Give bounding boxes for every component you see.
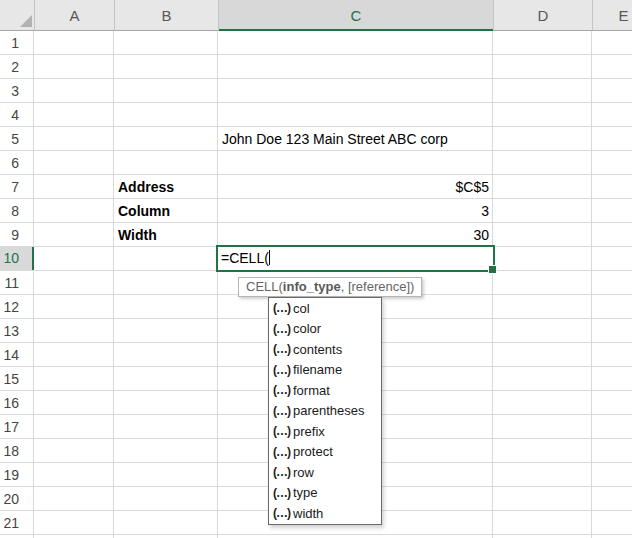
gridline-v bbox=[113, 31, 114, 538]
autocomplete-item-label: protect bbox=[293, 444, 333, 459]
cell-c5[interactable]: John Doe 123 Main Street ABC corp bbox=[222, 127, 491, 151]
enum-icon: (…) bbox=[273, 322, 290, 336]
row-header-1[interactable]: 1 bbox=[0, 31, 34, 55]
autocomplete-item-label: format bbox=[293, 383, 330, 398]
row-header-3[interactable]: 3 bbox=[0, 79, 34, 103]
text-cursor bbox=[269, 250, 270, 265]
fill-handle[interactable] bbox=[488, 265, 497, 274]
autocomplete-item-label: row bbox=[293, 465, 314, 480]
row-header-2[interactable]: 2 bbox=[0, 55, 34, 79]
autocomplete-item-col[interactable]: (…)col bbox=[269, 298, 381, 319]
gridline-v bbox=[217, 31, 218, 538]
select-all-triangle-icon bbox=[20, 15, 32, 27]
autocomplete-item-width[interactable]: (…)width bbox=[269, 503, 381, 524]
row-header-14[interactable]: 14 bbox=[0, 343, 34, 367]
row-header-15[interactable]: 15 bbox=[0, 367, 34, 391]
cell-c8[interactable]: 3 bbox=[218, 199, 489, 223]
tooltip-suffix: , [reference]) bbox=[341, 279, 415, 294]
tooltip-prefix: CELL( bbox=[246, 279, 283, 294]
row-header-19[interactable]: 19 bbox=[0, 463, 34, 487]
autocomplete-item-label: parentheses bbox=[293, 403, 365, 418]
row-header-20[interactable]: 20 bbox=[0, 487, 34, 511]
row-header-12[interactable]: 12 bbox=[0, 295, 34, 319]
autocomplete-item-label: width bbox=[293, 506, 323, 521]
column-header-c[interactable]: C bbox=[218, 0, 493, 31]
row-header-17[interactable]: 17 bbox=[0, 415, 34, 439]
autocomplete-item-label: filename bbox=[293, 362, 342, 377]
enum-icon: (…) bbox=[273, 342, 290, 356]
column-header-a[interactable]: A bbox=[34, 0, 114, 31]
row-header-9[interactable]: 9 bbox=[0, 223, 34, 247]
autocomplete-item-row[interactable]: (…)row bbox=[269, 462, 381, 483]
cell-b9[interactable]: Width bbox=[118, 223, 157, 247]
autocomplete-item-label: contents bbox=[293, 342, 342, 357]
column-header-b[interactable]: B bbox=[114, 0, 218, 31]
enum-icon: (…) bbox=[273, 445, 290, 459]
row-header-16[interactable]: 16 bbox=[0, 391, 34, 415]
enum-icon: (…) bbox=[273, 363, 290, 377]
cell-b8[interactable]: Column bbox=[118, 199, 170, 223]
column-header-d[interactable]: D bbox=[493, 0, 592, 31]
row-header-5[interactable]: 5 bbox=[0, 127, 34, 151]
autocomplete-item-label: col bbox=[293, 301, 310, 316]
autocomplete-item-format[interactable]: (…)format bbox=[269, 380, 381, 401]
select-all-corner[interactable] bbox=[0, 0, 34, 31]
row-header-18[interactable]: 18 bbox=[0, 439, 34, 463]
enum-icon: (…) bbox=[273, 506, 290, 520]
spreadsheet: A B C D E 1 2 3 4 5 6 7 8 9 10 11 12 13 … bbox=[0, 0, 632, 538]
active-cell-c10[interactable]: =CELL( bbox=[216, 245, 495, 272]
row-header-11[interactable]: 11 bbox=[0, 271, 34, 295]
row-header-6[interactable]: 6 bbox=[0, 151, 34, 175]
row-header-21[interactable]: 21 bbox=[0, 511, 34, 535]
row-header-13[interactable]: 13 bbox=[0, 319, 34, 343]
enum-icon: (…) bbox=[273, 465, 290, 479]
row-header-7[interactable]: 7 bbox=[0, 175, 34, 199]
gridline-v bbox=[591, 31, 592, 538]
column-header-e[interactable]: E bbox=[592, 0, 632, 31]
cell-c7[interactable]: $C$5 bbox=[218, 175, 489, 199]
autocomplete-item-type[interactable]: (…)type bbox=[269, 483, 381, 504]
cell-c9[interactable]: 30 bbox=[218, 223, 489, 247]
autocomplete-item-protect[interactable]: (…)protect bbox=[269, 442, 381, 463]
cell-b7[interactable]: Address bbox=[118, 175, 174, 199]
autocomplete-item-label: type bbox=[293, 485, 318, 500]
row-header-8[interactable]: 8 bbox=[0, 199, 34, 223]
autocomplete-item-label: color bbox=[293, 321, 321, 336]
autocomplete-item-contents[interactable]: (…)contents bbox=[269, 339, 381, 360]
autocomplete-item-prefix[interactable]: (…)prefix bbox=[269, 421, 381, 442]
enum-icon: (…) bbox=[273, 301, 290, 315]
gridline-v bbox=[492, 31, 493, 538]
enum-icon: (…) bbox=[273, 404, 290, 418]
autocomplete-item-filename[interactable]: (…)filename bbox=[269, 360, 381, 381]
function-tooltip: CELL(info_type, [reference]) bbox=[238, 277, 422, 297]
tooltip-bold-arg: info_type bbox=[283, 279, 341, 294]
enum-icon: (…) bbox=[273, 424, 290, 438]
enum-icon: (…) bbox=[273, 486, 290, 500]
autocomplete-item-parentheses[interactable]: (…)parentheses bbox=[269, 401, 381, 422]
formula-text[interactable]: =CELL( bbox=[221, 247, 270, 270]
row-header-4[interactable]: 4 bbox=[0, 103, 34, 127]
autocomplete-item-color[interactable]: (…)color bbox=[269, 319, 381, 340]
enum-icon: (…) bbox=[273, 383, 290, 397]
autocomplete-dropdown: (…)col (…)color (…)contents (…)filename … bbox=[268, 297, 382, 525]
autocomplete-item-label: prefix bbox=[293, 424, 325, 439]
row-header-10[interactable]: 10 bbox=[0, 247, 34, 270]
